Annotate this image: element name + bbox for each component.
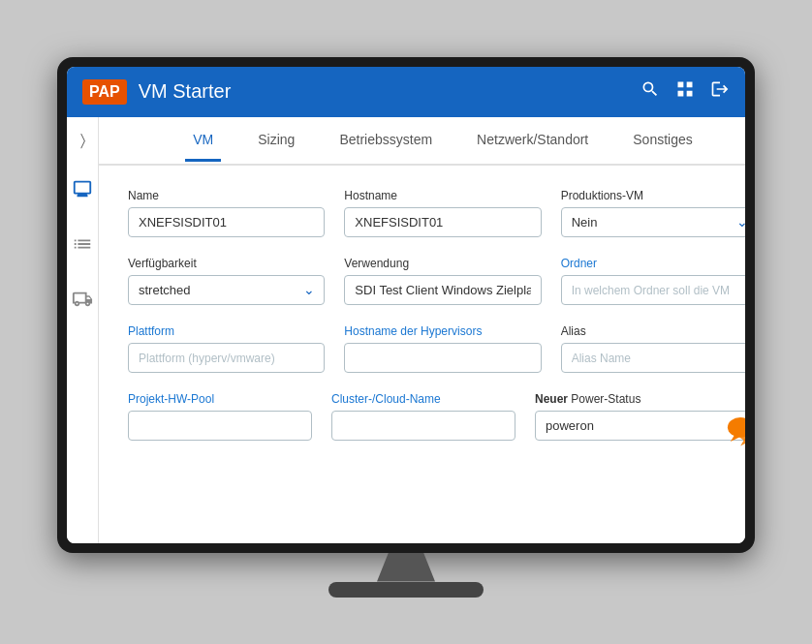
grid-icon[interactable]	[675, 79, 695, 104]
form-row-4: Projekt-HW-Pool Cluster-/Cloud-Name Neue…	[128, 392, 745, 441]
label-cluster-cloud-name: Cluster-/Cloud-Name	[331, 392, 515, 406]
field-verfugbarkeit: Verfügbarkeit stretched local remote ⌄	[128, 257, 325, 305]
select-produktions-vm[interactable]: Nein Ja	[561, 207, 745, 237]
label-alias: Alias	[561, 324, 745, 338]
field-cluster-cloud-name: Cluster-/Cloud-Name	[331, 392, 515, 441]
tab-sonstiges[interactable]: Sonstiges	[625, 120, 700, 162]
input-ordner[interactable]	[561, 275, 745, 305]
tab-sizing[interactable]: Sizing	[250, 120, 302, 162]
label-power-status: Neuer Power-Status	[535, 392, 745, 406]
label-verwendung: Verwendung	[344, 257, 541, 270]
label-hostname-hypervisors: Hostname der Hypervisors	[344, 324, 541, 338]
monitor-stand	[57, 553, 755, 598]
sidebar-item-truck[interactable]	[67, 284, 98, 320]
input-name[interactable]	[128, 207, 325, 237]
select-wrapper-verfugbarkeit: stretched local remote ⌄	[128, 275, 325, 305]
field-hostname: Hostname	[344, 189, 541, 237]
field-plattform: Plattform	[128, 324, 325, 373]
field-verwendung: Verwendung	[344, 257, 541, 305]
logout-icon[interactable]	[710, 79, 730, 104]
header-icons	[640, 79, 730, 104]
sidebar: 〉	[67, 117, 99, 543]
main-layout: 〉 VM Sizing	[67, 117, 745, 543]
sidebar-expand[interactable]: 〉	[76, 127, 90, 154]
label-hostname: Hostname	[344, 189, 541, 202]
input-cluster-cloud-name[interactable]	[331, 411, 515, 441]
label-plattform: Plattform	[128, 324, 325, 338]
app-title: VM Starter	[139, 80, 640, 103]
app-logo: PAP	[82, 79, 127, 105]
search-icon[interactable]	[640, 79, 660, 104]
field-ordner: Ordner	[561, 257, 745, 305]
select-verfugbarkeit[interactable]: stretched local remote	[128, 275, 325, 305]
input-power-status[interactable]	[535, 411, 745, 441]
tab-netzwerk[interactable]: Netzwerk/Standort	[469, 120, 596, 162]
input-plattform[interactable]	[128, 343, 325, 373]
svg-marker-3	[740, 439, 745, 445]
label-projekt-hw-pool: Projekt-HW-Pool	[128, 392, 312, 406]
label-ordner: Ordner	[561, 257, 745, 270]
tab-vm[interactable]: VM	[185, 120, 221, 162]
chat-bubble-icon	[725, 412, 745, 450]
content-area: VM Sizing Betriebssystem Netzwerk/Stando…	[99, 117, 745, 543]
form-row-3: Plattform Hostname der Hypervisors Alias	[128, 324, 745, 373]
stand-base	[328, 582, 484, 598]
input-projekt-hw-pool[interactable]	[128, 411, 312, 441]
input-hostname[interactable]	[344, 207, 541, 237]
app-header: PAP VM Starter	[67, 67, 745, 117]
label-produktions-vm: Produktions-VM	[561, 189, 745, 202]
form-row-2: Verfügbarkeit stretched local remote ⌄	[128, 257, 745, 305]
tab-betriebssystem[interactable]: Betriebssystem	[331, 120, 440, 162]
field-name: Name	[128, 189, 325, 237]
field-alias: Alias	[561, 324, 745, 373]
field-projekt-hw-pool: Projekt-HW-Pool	[128, 392, 312, 441]
input-alias[interactable]	[561, 343, 745, 373]
form-row-1: Name Hostname Produktions-VM	[128, 189, 745, 237]
field-power-status: Neuer Power-Status	[535, 392, 745, 441]
tab-bar: VM Sizing Betriebssystem Netzwerk/Stando…	[99, 117, 745, 166]
field-produktions-vm: Produktions-VM Nein Ja ⌄	[561, 189, 745, 237]
select-wrapper-produktions: Nein Ja ⌄	[561, 207, 745, 237]
input-hostname-hypervisors[interactable]	[344, 343, 541, 373]
label-name: Name	[128, 189, 325, 202]
sidebar-item-list[interactable]	[67, 229, 98, 264]
label-verfugbarkeit: Verfügbarkeit	[128, 257, 325, 270]
sidebar-item-monitor[interactable]	[67, 173, 98, 209]
form-area: Name Hostname Produktions-VM	[99, 166, 745, 543]
input-verwendung[interactable]	[344, 275, 541, 305]
stand-neck	[377, 553, 435, 582]
field-hostname-hypervisors: Hostname der Hypervisors	[344, 324, 541, 373]
